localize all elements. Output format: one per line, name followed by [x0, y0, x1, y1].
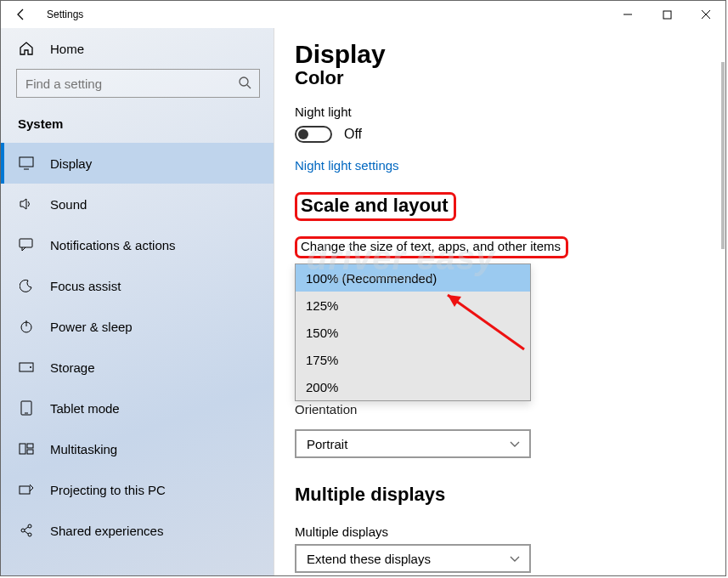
minimize-icon [623, 9, 633, 20]
scale-option-175[interactable]: 175% [296, 346, 530, 373]
chevron-down-icon [509, 552, 521, 566]
svg-point-19 [21, 529, 25, 532]
orientation-combobox[interactable]: Portrait [295, 429, 531, 458]
close-icon [701, 9, 711, 20]
color-heading: Color [295, 67, 725, 89]
scale-heading: Scale and layout [301, 195, 449, 216]
sidebar-item-label: Display [50, 156, 92, 171]
chevron-down-icon [509, 437, 521, 451]
search-input[interactable] [16, 69, 260, 98]
power-icon [18, 318, 35, 335]
monitor-icon [18, 155, 35, 172]
svg-point-21 [28, 533, 31, 536]
maximize-button[interactable] [647, 1, 686, 28]
minimize-button[interactable] [608, 1, 647, 28]
window-title: Settings [47, 8, 83, 20]
share-icon [18, 522, 35, 539]
svg-rect-18 [20, 486, 30, 494]
sidebar: Home System Display Sound Notificati [1, 28, 274, 576]
night-light-settings-link[interactable]: Night light settings [295, 158, 399, 173]
scale-dropdown-open[interactable]: 100% (Recommended) 125% 150% 175% 200% [295, 264, 531, 401]
multiple-displays-heading: Multiple displays [295, 484, 725, 506]
sidebar-item-label: Projecting to this PC [50, 483, 166, 497]
night-light-toggle[interactable] [295, 126, 332, 143]
sidebar-item-label: Notifications & actions [50, 238, 176, 252]
scale-option-200[interactable]: 200% [296, 373, 530, 400]
sidebar-item-label: Storage [50, 360, 95, 375]
svg-line-23 [25, 531, 28, 534]
tablet-icon [18, 400, 35, 416]
multiple-displays-value: Extend these displays [307, 552, 431, 566]
scrollbar-thumb[interactable] [721, 62, 725, 249]
scale-option-100[interactable]: 100% (Recommended) [296, 264, 530, 292]
highlight-scale-heading: Scale and layout [295, 192, 456, 221]
scale-label: Change the size of text, apps, and other… [301, 239, 561, 253]
close-button[interactable] [686, 1, 725, 28]
home-label: Home [50, 42, 84, 56]
back-button[interactable] [1, 1, 42, 28]
maximize-icon [663, 10, 672, 20]
orientation-value: Portrait [307, 437, 347, 451]
svg-rect-16 [27, 444, 33, 448]
sidebar-item-label: Focus assist [50, 279, 121, 293]
svg-rect-6 [20, 157, 33, 167]
scale-option-150[interactable]: 150% [296, 319, 530, 346]
night-light-state: Off [344, 127, 362, 142]
svg-line-5 [247, 85, 251, 88]
svg-line-22 [25, 527, 28, 530]
home-icon [18, 40, 35, 57]
moon-icon [18, 277, 35, 294]
sidebar-item-power[interactable]: Power & sleep [1, 306, 274, 347]
svg-rect-15 [20, 444, 25, 454]
scale-option-125[interactable]: 125% [296, 292, 530, 319]
main-panel: Display Color Night light Off Night ligh… [274, 28, 725, 575]
sidebar-item-tablet[interactable]: Tablet mode [1, 388, 274, 428]
search-icon [238, 76, 251, 93]
page-title: Display [295, 40, 725, 69]
svg-point-12 [30, 366, 31, 368]
speaker-icon [18, 196, 35, 212]
svg-point-20 [28, 524, 31, 528]
drive-icon [18, 359, 35, 376]
svg-rect-1 [663, 11, 671, 19]
chat-icon [18, 236, 35, 253]
sidebar-item-multitasking[interactable]: Multitasking [1, 428, 274, 469]
project-icon [18, 481, 35, 498]
sidebar-item-notifications[interactable]: Notifications & actions [1, 224, 274, 265]
highlight-scale-label: Change the size of text, apps, and other… [295, 236, 568, 258]
multiple-displays-label: Multiple displays [295, 524, 725, 539]
sidebar-item-display[interactable]: Display [1, 143, 274, 184]
sidebar-item-label: Multitasking [50, 442, 117, 456]
sidebar-item-focus-assist[interactable]: Focus assist [1, 265, 274, 306]
sidebar-item-projecting[interactable]: Projecting to this PC [1, 469, 274, 510]
orientation-label: Orientation [295, 402, 725, 416]
sidebar-item-storage[interactable]: Storage [1, 347, 274, 388]
multitask-icon [18, 440, 35, 457]
night-light-label: Night light [295, 105, 725, 119]
sidebar-item-label: Shared experiences [50, 524, 163, 538]
sidebar-item-sound[interactable]: Sound [1, 184, 274, 224]
svg-point-4 [240, 77, 248, 86]
sidebar-home[interactable]: Home [1, 28, 274, 69]
multiple-displays-combobox[interactable]: Extend these displays [295, 544, 531, 573]
sidebar-item-label: Sound [50, 197, 87, 212]
svg-rect-8 [20, 239, 32, 247]
sidebar-item-label: Power & sleep [50, 320, 133, 334]
svg-rect-17 [27, 450, 33, 454]
arrow-left-icon [14, 8, 28, 21]
sidebar-item-label: Tablet mode [50, 401, 120, 416]
sidebar-category: System [1, 110, 274, 143]
sidebar-item-shared[interactable]: Shared experiences [1, 510, 274, 551]
